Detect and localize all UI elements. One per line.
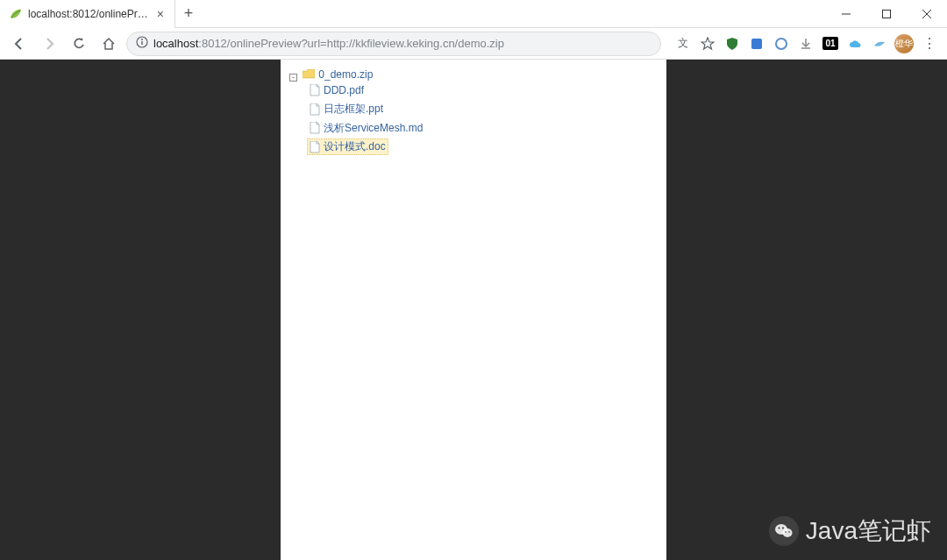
- svg-rect-6: [141, 41, 142, 45]
- extension-blue-icon[interactable]: [747, 34, 766, 53]
- file-icon: [310, 103, 320, 116]
- preview-panel: - 0_demo.zip DDD.pdf日志框架.ppt浅析ServiceMes…: [281, 60, 666, 560]
- shield-icon[interactable]: [723, 34, 742, 53]
- titlebar-spacer: [202, 0, 826, 27]
- file-icon: [310, 141, 320, 153]
- tree-file-node[interactable]: 日志框架.ppt: [307, 101, 386, 117]
- tree-root-label: 0_demo.zip: [318, 68, 373, 81]
- bookmark-star-icon[interactable]: [698, 34, 717, 53]
- tree-file-node[interactable]: DDD.pdf: [307, 83, 367, 97]
- forward-button[interactable]: [37, 32, 61, 56]
- favicon-leaf-icon: [9, 7, 23, 21]
- svg-point-13: [785, 531, 787, 533]
- svg-point-11: [778, 528, 780, 529]
- browser-toolbar: localhost:8012/onlinePreview?url=http://…: [0, 28, 947, 60]
- tree-file-item: DDD.pdf: [307, 82, 658, 100]
- extension-bird-icon[interactable]: [870, 34, 889, 53]
- kebab-menu-icon[interactable]: ⋮: [919, 35, 940, 52]
- svg-point-12: [782, 528, 784, 529]
- file-icon: [310, 84, 320, 96]
- extension-badge-01[interactable]: 01: [821, 34, 840, 53]
- toolbar-right: 文 01 橙华 ⋮: [666, 34, 940, 53]
- tree-file-label: 设计模式.doc: [324, 139, 386, 154]
- tree-file-item: 浅析ServiceMesh.md: [307, 119, 658, 138]
- maximize-button[interactable]: [866, 0, 907, 27]
- address-bar[interactable]: localhost:8012/onlinePreview?url=http://…: [126, 32, 661, 56]
- file-tree: - 0_demo.zip DDD.pdf日志框架.ppt浅析ServiceMes…: [289, 67, 658, 158]
- tree-file-label: DDD.pdf: [324, 84, 364, 96]
- reload-button[interactable]: [67, 32, 91, 56]
- tree-file-node[interactable]: 浅析ServiceMesh.md: [307, 120, 425, 137]
- window-controls: [826, 0, 947, 27]
- tab-close-button[interactable]: ×: [155, 7, 166, 21]
- extension-swirl-icon[interactable]: [772, 34, 791, 53]
- extension-download-icon[interactable]: [796, 34, 815, 53]
- close-window-button[interactable]: [907, 0, 947, 27]
- translate-icon[interactable]: 文: [673, 34, 693, 53]
- home-button[interactable]: [96, 32, 121, 56]
- svg-rect-1: [883, 10, 891, 18]
- watermark: Java笔记虾: [769, 514, 931, 548]
- back-button[interactable]: [7, 32, 32, 56]
- tree-file-item: 设计模式.doc: [307, 138, 658, 157]
- new-tab-button[interactable]: +: [175, 0, 202, 27]
- extension-cloud-icon[interactable]: [845, 34, 865, 53]
- svg-point-5: [141, 39, 143, 40]
- svg-point-10: [782, 528, 792, 537]
- collapse-toggle[interactable]: -: [289, 74, 297, 82]
- profile-avatar[interactable]: 橙华: [894, 34, 914, 53]
- minimize-button[interactable]: [826, 0, 866, 27]
- svg-point-8: [776, 39, 787, 49]
- site-info-icon[interactable]: [136, 36, 148, 51]
- browser-tab[interactable]: localhost:8012/onlinePreview? ×: [0, 0, 175, 28]
- tree-root-folder[interactable]: 0_demo.zip: [300, 67, 375, 82]
- tree-file-node[interactable]: 设计模式.doc: [307, 138, 388, 155]
- browser-titlebar: localhost:8012/onlinePreview? × +: [0, 0, 947, 28]
- url-text: localhost:8012/onlinePreview?url=http://…: [153, 37, 504, 50]
- file-icon: [310, 122, 320, 134]
- tree-file-item: 日志框架.ppt: [307, 100, 658, 119]
- tree-file-label: 日志框架.ppt: [324, 102, 383, 117]
- tab-title: localhost:8012/onlinePreview?: [28, 8, 150, 20]
- tree-file-label: 浅析ServiceMesh.md: [324, 121, 423, 136]
- svg-rect-7: [751, 39, 762, 49]
- page-viewport: - 0_demo.zip DDD.pdf日志框架.ppt浅析ServiceMes…: [0, 60, 947, 560]
- watermark-text: Java笔记虾: [806, 514, 931, 548]
- wechat-icon: [769, 516, 799, 546]
- svg-point-14: [788, 531, 790, 533]
- folder-icon: [303, 69, 315, 80]
